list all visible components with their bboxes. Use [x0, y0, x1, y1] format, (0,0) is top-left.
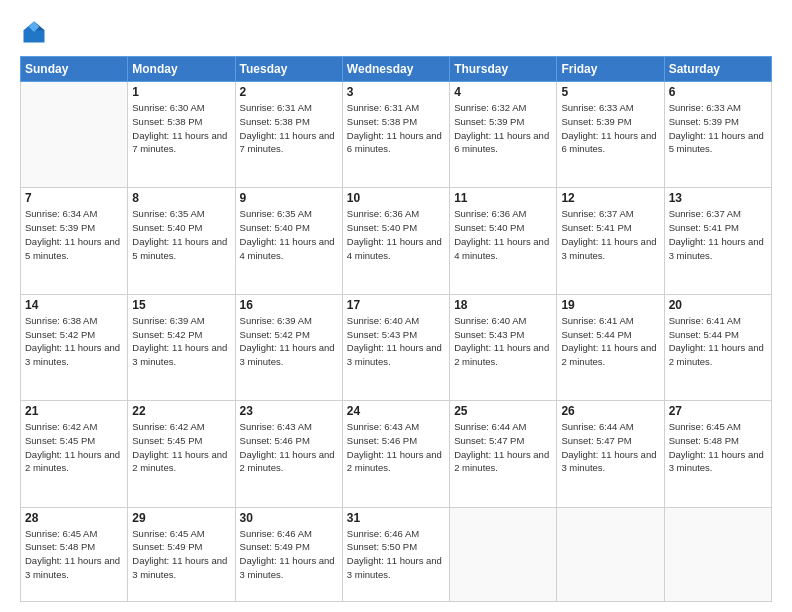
day-info: Sunrise: 6:45 AMSunset: 5:48 PMDaylight:… — [669, 420, 767, 475]
day-number: 11 — [454, 191, 552, 205]
weekday-header: Sunday — [21, 57, 128, 82]
day-number: 5 — [561, 85, 659, 99]
calendar-cell — [664, 507, 771, 601]
calendar-cell: 4Sunrise: 6:32 AMSunset: 5:39 PMDaylight… — [450, 82, 557, 188]
day-number: 14 — [25, 298, 123, 312]
day-number: 10 — [347, 191, 445, 205]
weekday-header: Monday — [128, 57, 235, 82]
day-number: 7 — [25, 191, 123, 205]
day-info: Sunrise: 6:33 AMSunset: 5:39 PMDaylight:… — [669, 101, 767, 156]
day-info: Sunrise: 6:35 AMSunset: 5:40 PMDaylight:… — [132, 207, 230, 262]
day-number: 6 — [669, 85, 767, 99]
calendar-cell — [557, 507, 664, 601]
day-info: Sunrise: 6:37 AMSunset: 5:41 PMDaylight:… — [669, 207, 767, 262]
day-info: Sunrise: 6:45 AMSunset: 5:48 PMDaylight:… — [25, 527, 123, 582]
day-info: Sunrise: 6:46 AMSunset: 5:50 PMDaylight:… — [347, 527, 445, 582]
calendar-cell: 7Sunrise: 6:34 AMSunset: 5:39 PMDaylight… — [21, 188, 128, 294]
day-number: 23 — [240, 404, 338, 418]
page: SundayMondayTuesdayWednesdayThursdayFrid… — [0, 0, 792, 612]
calendar-cell: 10Sunrise: 6:36 AMSunset: 5:40 PMDayligh… — [342, 188, 449, 294]
calendar-cell: 11Sunrise: 6:36 AMSunset: 5:40 PMDayligh… — [450, 188, 557, 294]
day-number: 31 — [347, 511, 445, 525]
day-info: Sunrise: 6:31 AMSunset: 5:38 PMDaylight:… — [347, 101, 445, 156]
day-info: Sunrise: 6:41 AMSunset: 5:44 PMDaylight:… — [561, 314, 659, 369]
logo — [20, 18, 52, 46]
day-info: Sunrise: 6:43 AMSunset: 5:46 PMDaylight:… — [240, 420, 338, 475]
day-number: 24 — [347, 404, 445, 418]
calendar-cell: 28Sunrise: 6:45 AMSunset: 5:48 PMDayligh… — [21, 507, 128, 601]
calendar: SundayMondayTuesdayWednesdayThursdayFrid… — [20, 56, 772, 602]
calendar-cell — [450, 507, 557, 601]
calendar-cell — [21, 82, 128, 188]
calendar-cell: 8Sunrise: 6:35 AMSunset: 5:40 PMDaylight… — [128, 188, 235, 294]
calendar-cell: 16Sunrise: 6:39 AMSunset: 5:42 PMDayligh… — [235, 294, 342, 400]
day-info: Sunrise: 6:40 AMSunset: 5:43 PMDaylight:… — [454, 314, 552, 369]
day-info: Sunrise: 6:39 AMSunset: 5:42 PMDaylight:… — [132, 314, 230, 369]
day-info: Sunrise: 6:33 AMSunset: 5:39 PMDaylight:… — [561, 101, 659, 156]
calendar-cell: 19Sunrise: 6:41 AMSunset: 5:44 PMDayligh… — [557, 294, 664, 400]
day-info: Sunrise: 6:42 AMSunset: 5:45 PMDaylight:… — [132, 420, 230, 475]
day-number: 3 — [347, 85, 445, 99]
day-number: 30 — [240, 511, 338, 525]
calendar-cell: 2Sunrise: 6:31 AMSunset: 5:38 PMDaylight… — [235, 82, 342, 188]
weekday-header: Thursday — [450, 57, 557, 82]
day-number: 19 — [561, 298, 659, 312]
calendar-cell: 27Sunrise: 6:45 AMSunset: 5:48 PMDayligh… — [664, 401, 771, 507]
day-number: 25 — [454, 404, 552, 418]
day-number: 20 — [669, 298, 767, 312]
calendar-cell: 22Sunrise: 6:42 AMSunset: 5:45 PMDayligh… — [128, 401, 235, 507]
calendar-cell: 29Sunrise: 6:45 AMSunset: 5:49 PMDayligh… — [128, 507, 235, 601]
day-number: 12 — [561, 191, 659, 205]
calendar-cell: 21Sunrise: 6:42 AMSunset: 5:45 PMDayligh… — [21, 401, 128, 507]
calendar-cell: 18Sunrise: 6:40 AMSunset: 5:43 PMDayligh… — [450, 294, 557, 400]
day-info: Sunrise: 6:45 AMSunset: 5:49 PMDaylight:… — [132, 527, 230, 582]
day-number: 29 — [132, 511, 230, 525]
weekday-header: Friday — [557, 57, 664, 82]
day-number: 28 — [25, 511, 123, 525]
calendar-cell: 30Sunrise: 6:46 AMSunset: 5:49 PMDayligh… — [235, 507, 342, 601]
day-number: 9 — [240, 191, 338, 205]
calendar-cell: 12Sunrise: 6:37 AMSunset: 5:41 PMDayligh… — [557, 188, 664, 294]
day-number: 26 — [561, 404, 659, 418]
day-info: Sunrise: 6:36 AMSunset: 5:40 PMDaylight:… — [347, 207, 445, 262]
day-info: Sunrise: 6:41 AMSunset: 5:44 PMDaylight:… — [669, 314, 767, 369]
day-number: 15 — [132, 298, 230, 312]
day-info: Sunrise: 6:46 AMSunset: 5:49 PMDaylight:… — [240, 527, 338, 582]
logo-icon — [20, 18, 48, 46]
day-number: 4 — [454, 85, 552, 99]
calendar-cell: 5Sunrise: 6:33 AMSunset: 5:39 PMDaylight… — [557, 82, 664, 188]
day-info: Sunrise: 6:40 AMSunset: 5:43 PMDaylight:… — [347, 314, 445, 369]
day-number: 18 — [454, 298, 552, 312]
day-info: Sunrise: 6:34 AMSunset: 5:39 PMDaylight:… — [25, 207, 123, 262]
day-number: 13 — [669, 191, 767, 205]
calendar-cell: 6Sunrise: 6:33 AMSunset: 5:39 PMDaylight… — [664, 82, 771, 188]
calendar-cell: 23Sunrise: 6:43 AMSunset: 5:46 PMDayligh… — [235, 401, 342, 507]
calendar-cell: 17Sunrise: 6:40 AMSunset: 5:43 PMDayligh… — [342, 294, 449, 400]
calendar-cell: 25Sunrise: 6:44 AMSunset: 5:47 PMDayligh… — [450, 401, 557, 507]
day-info: Sunrise: 6:37 AMSunset: 5:41 PMDaylight:… — [561, 207, 659, 262]
day-info: Sunrise: 6:43 AMSunset: 5:46 PMDaylight:… — [347, 420, 445, 475]
day-number: 21 — [25, 404, 123, 418]
day-info: Sunrise: 6:36 AMSunset: 5:40 PMDaylight:… — [454, 207, 552, 262]
day-info: Sunrise: 6:31 AMSunset: 5:38 PMDaylight:… — [240, 101, 338, 156]
calendar-cell: 13Sunrise: 6:37 AMSunset: 5:41 PMDayligh… — [664, 188, 771, 294]
day-info: Sunrise: 6:44 AMSunset: 5:47 PMDaylight:… — [454, 420, 552, 475]
day-number: 2 — [240, 85, 338, 99]
calendar-cell: 15Sunrise: 6:39 AMSunset: 5:42 PMDayligh… — [128, 294, 235, 400]
day-info: Sunrise: 6:38 AMSunset: 5:42 PMDaylight:… — [25, 314, 123, 369]
day-info: Sunrise: 6:30 AMSunset: 5:38 PMDaylight:… — [132, 101, 230, 156]
day-number: 17 — [347, 298, 445, 312]
day-info: Sunrise: 6:44 AMSunset: 5:47 PMDaylight:… — [561, 420, 659, 475]
day-info: Sunrise: 6:32 AMSunset: 5:39 PMDaylight:… — [454, 101, 552, 156]
header — [20, 18, 772, 46]
day-number: 27 — [669, 404, 767, 418]
day-number: 22 — [132, 404, 230, 418]
day-number: 16 — [240, 298, 338, 312]
day-info: Sunrise: 6:35 AMSunset: 5:40 PMDaylight:… — [240, 207, 338, 262]
calendar-cell: 1Sunrise: 6:30 AMSunset: 5:38 PMDaylight… — [128, 82, 235, 188]
weekday-header: Wednesday — [342, 57, 449, 82]
calendar-cell: 31Sunrise: 6:46 AMSunset: 5:50 PMDayligh… — [342, 507, 449, 601]
day-number: 8 — [132, 191, 230, 205]
day-number: 1 — [132, 85, 230, 99]
day-info: Sunrise: 6:39 AMSunset: 5:42 PMDaylight:… — [240, 314, 338, 369]
